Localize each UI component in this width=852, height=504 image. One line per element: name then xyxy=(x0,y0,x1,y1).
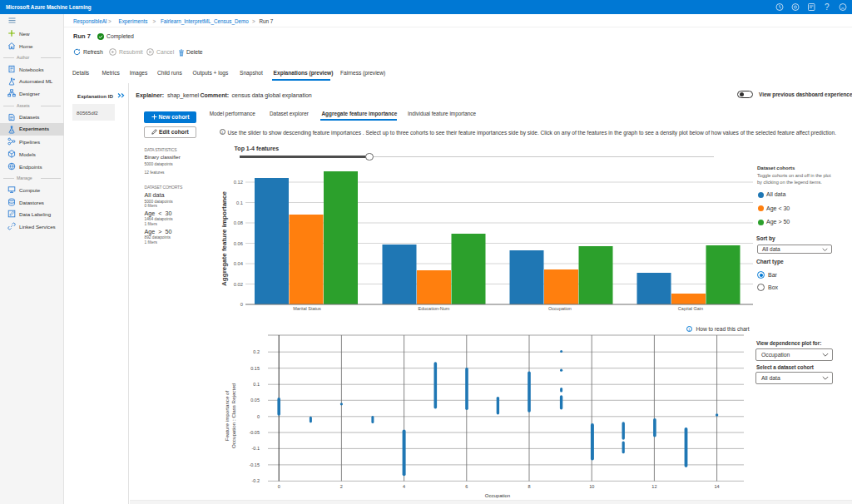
svg-text:Feature importance of: Feature importance of xyxy=(224,390,230,441)
svg-text:8: 8 xyxy=(528,484,530,489)
svg-text:6: 6 xyxy=(465,484,468,489)
svg-text:4: 4 xyxy=(403,484,405,489)
svg-text:-0.2: -0.2 xyxy=(252,478,260,483)
svg-text:0.1: 0.1 xyxy=(253,382,260,387)
svg-text:0: 0 xyxy=(257,414,260,419)
svg-text:Occupation: Occupation xyxy=(548,306,572,311)
svg-text:10: 10 xyxy=(589,484,594,489)
svg-text:-0.1: -0.1 xyxy=(252,446,260,451)
svg-text:0.12: 0.12 xyxy=(234,180,243,185)
svg-text:0.04: 0.04 xyxy=(234,261,244,266)
svg-text:14: 14 xyxy=(715,484,720,489)
svg-text:-0.15: -0.15 xyxy=(249,462,260,467)
svg-text:Occupation: Occupation xyxy=(485,493,510,498)
svg-text:0.1: 0.1 xyxy=(236,200,243,205)
svg-text:Capital Gain: Capital Gain xyxy=(678,306,703,311)
svg-text:0: 0 xyxy=(278,484,280,489)
svg-text:Education-Num: Education-Num xyxy=(419,306,450,311)
svg-text:0.02: 0.02 xyxy=(234,282,243,287)
svg-text:2: 2 xyxy=(340,484,343,489)
svg-text:?: ? xyxy=(825,2,830,12)
svg-text:12: 12 xyxy=(651,484,656,489)
svg-text:0.06: 0.06 xyxy=(234,241,243,246)
svg-text:Marital Status: Marital Status xyxy=(293,306,321,311)
svg-text:0.08: 0.08 xyxy=(234,220,243,225)
svg-text:Aggregate feature importance: Aggregate feature importance xyxy=(220,191,228,286)
svg-text:0.05: 0.05 xyxy=(250,398,260,403)
svg-text:0.15: 0.15 xyxy=(250,366,260,371)
svg-text:-0.05: -0.05 xyxy=(249,430,260,435)
svg-text:Occupation : Class Rejected: Occupation : Class Rejected xyxy=(230,383,236,448)
svg-text:0: 0 xyxy=(240,302,243,307)
svg-text:0.2: 0.2 xyxy=(253,349,260,354)
